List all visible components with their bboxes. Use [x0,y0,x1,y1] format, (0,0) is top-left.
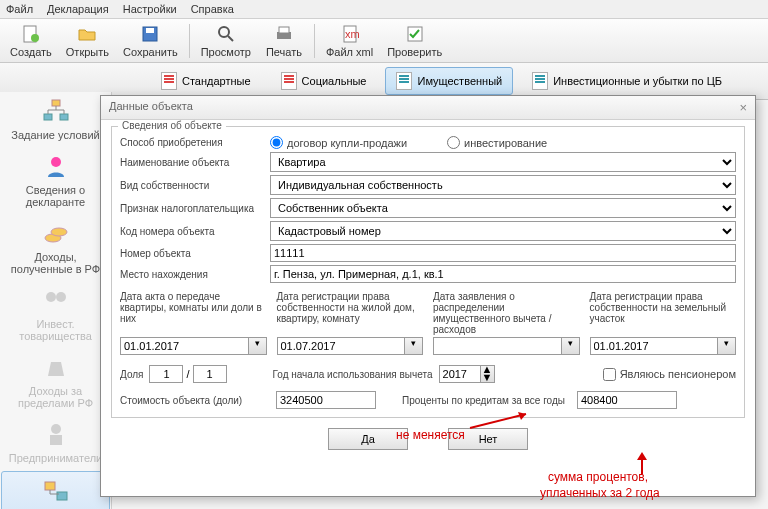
sidebar-item-deductions[interactable]: Вычеты [1,471,110,509]
svg-text:xml: xml [345,28,360,40]
svg-rect-21 [45,482,55,490]
radio-purchase[interactable]: договор купли-продажи [270,136,407,149]
sidebar-item-income-foreign[interactable]: Доходы за пределами РФ [0,348,111,415]
date-reg-land-input[interactable] [590,337,719,355]
taxpayer-sign-label: Признак налогоплательщика [120,203,270,214]
spinner-buttons[interactable]: ▲▼ [481,365,495,383]
object-number-input[interactable] [270,244,736,262]
taxpayer-sign-select[interactable]: Собственник объекта [270,198,736,218]
sidebar-item-invest-partner[interactable]: Инвест. товарищества [0,281,111,348]
sidebar-item-declarant[interactable]: Сведения о декларанте [0,147,111,214]
print-button[interactable]: Печать [259,22,309,59]
open-button[interactable]: Открыть [60,22,115,59]
acquisition-method-label: Способ приобретения [120,137,270,148]
close-icon[interactable]: × [739,100,747,115]
year-spinner[interactable]: ▲▼ [439,365,495,383]
date-reg-home-input[interactable] [277,337,406,355]
magnifier-icon [215,23,237,45]
interest-input[interactable] [577,391,677,409]
svg-rect-11 [52,100,60,106]
dialog-title: Данные объекта [109,100,193,115]
ownership-type-label: Вид собственности [120,180,270,191]
menu-declaration[interactable]: Декларация [47,3,109,15]
businessman-icon [41,421,71,449]
object-code-select[interactable]: Кадастровый номер [270,221,736,241]
date-statement-input[interactable] [433,337,562,355]
radio-investment[interactable]: инвестирование [447,136,547,149]
filexml-button[interactable]: xml Файл xml [320,22,379,59]
doc-red-icon [161,72,177,90]
location-input[interactable] [270,265,736,283]
view-button[interactable]: Просмотр [195,22,257,59]
svg-point-4 [219,27,229,37]
object-data-dialog: Данные объекта × Сведения об объекте Спо… [100,95,756,497]
svg-rect-3 [146,28,154,33]
object-number-label: Номер объекта [120,248,270,259]
svg-rect-22 [57,492,67,500]
calendar-icon[interactable]: ▾ [562,337,580,355]
main-toolbar: Создать Открыть Сохранить Просмотр Печат… [0,19,768,63]
people-icon [41,287,71,315]
menu-bar: Файл Декларация Настройки Справка [0,0,768,19]
xml-file-icon: xml [339,23,361,45]
deduction-icon [41,478,71,506]
calendar-icon[interactable]: ▾ [405,337,423,355]
sidebar-item-conditions[interactable]: Задание условий [0,92,111,147]
create-button[interactable]: Создать [4,22,58,59]
group-legend: Сведения об объекте [118,120,226,131]
check-button[interactable]: Проверить [381,22,448,59]
svg-rect-13 [60,114,68,120]
svg-point-19 [51,424,61,434]
dialog-titlebar: Данные объекта × [101,96,755,120]
tab-social[interactable]: Социальные [270,67,378,95]
coins-icon [41,220,71,248]
object-info-group: Сведения об объекте Способ приобретения … [111,126,745,418]
floppy-icon [139,23,161,45]
object-name-select[interactable]: Квартира [270,152,736,172]
svg-rect-12 [44,114,52,120]
year-start-label: Год начала использования вычета [273,369,433,380]
svg-point-18 [56,292,66,302]
cost-input[interactable] [276,391,376,409]
doc-red-icon [281,72,297,90]
ownership-type-select[interactable]: Индивидуальная собственность [270,175,736,195]
menu-file[interactable]: Файл [6,3,33,15]
menu-help[interactable]: Справка [191,3,234,15]
share-label: Доля [120,369,143,380]
share-numerator[interactable] [149,365,183,383]
year-input[interactable] [439,365,481,383]
sidebar-item-income-ru[interactable]: Доходы, полученные в РФ [0,214,111,281]
svg-point-16 [51,228,67,236]
save-button[interactable]: Сохранить [117,22,184,59]
date-reg-land-label: Дата регистрации права собственности на … [590,291,737,337]
sidebar: Задание условий Сведения о декларанте До… [0,92,112,509]
ok-button[interactable]: Да [328,428,408,450]
house-icon [396,72,412,90]
svg-point-1 [31,34,39,42]
share-denominator[interactable] [193,365,227,383]
person-icon [41,153,71,181]
share-fraction: / [149,365,226,383]
bag-icon [41,354,71,382]
cancel-button[interactable]: Нет [448,428,528,450]
calendar-icon[interactable]: ▾ [249,337,267,355]
new-file-icon [20,23,42,45]
doc-blue-icon [532,72,548,90]
tab-investment[interactable]: Инвестиционные и убытки по ЦБ [521,67,733,95]
sidebar-item-entrepreneur[interactable]: Предприниматели [0,415,111,470]
tree-icon [41,98,71,126]
date-statement-label: Дата заявления о распределении имуществе… [433,291,580,337]
folder-open-icon [76,23,98,45]
date-act-label: Дата акта о передаче квартиры, комнаты и… [120,291,267,337]
check-icon [404,23,426,45]
menu-settings[interactable]: Настройки [123,3,177,15]
location-label: Место нахождения [120,269,270,280]
pensioner-label: Являюсь пенсионером [620,368,736,380]
tab-property[interactable]: Имущественный [385,67,513,95]
date-act-input[interactable] [120,337,249,355]
tab-standard[interactable]: Стандартные [150,67,262,95]
date-reg-home-label: Дата регистрации права собственности на … [277,291,424,337]
pensioner-checkbox[interactable] [603,368,616,381]
calendar-icon[interactable]: ▾ [718,337,736,355]
object-code-label: Код номера объекта [120,226,270,237]
